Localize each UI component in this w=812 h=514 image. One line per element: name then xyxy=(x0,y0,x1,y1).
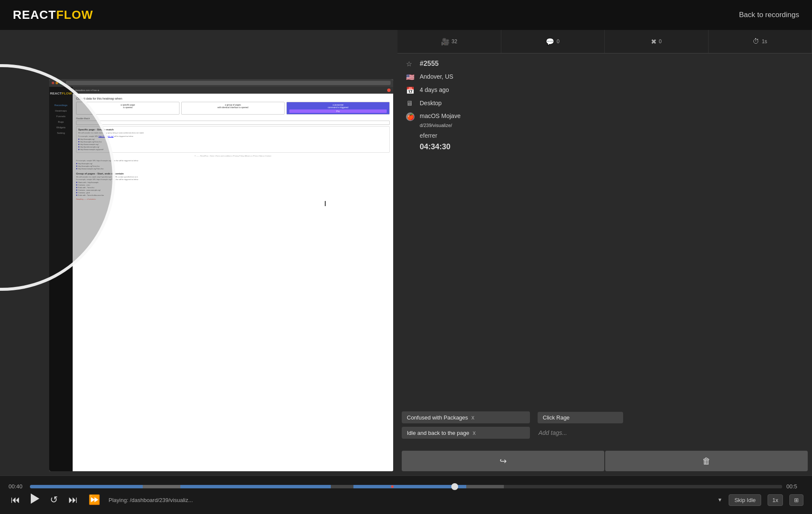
next-frame-button[interactable]: ⏩ xyxy=(86,494,102,505)
inner-card-javascript[interactable]: a javascriptcommand is triggered Pro xyxy=(286,102,390,115)
session-id: #2555 xyxy=(420,60,439,68)
tag-confused-with-packages: Confused with Packages x xyxy=(402,411,530,423)
inner-specific-page-box: Specific page - Simple match We will con… xyxy=(76,126,390,153)
replay-button[interactable]: ↺ xyxy=(48,494,60,505)
inner-dot-list-1: http://example.org/ http://example.org/?… xyxy=(78,138,388,151)
seg-3 xyxy=(180,485,331,488)
dropdown-arrow-icon[interactable]: ▼ xyxy=(718,497,723,503)
player-bar: 00:40 00:5 ⏮ ↺ ⏭ ⏩ Playing: /dashboard/2… xyxy=(0,476,812,514)
add-tags-input[interactable]: Add tags... xyxy=(533,427,572,439)
browser-close-dot xyxy=(52,82,54,84)
logo-react: REACT xyxy=(13,8,56,21)
tab-timer[interactable]: ⏱ 1s xyxy=(709,30,812,53)
logo: REACTFLOW xyxy=(13,8,93,22)
inner-dot-item: http://example.org/?utm=foo xyxy=(78,141,388,143)
time-end: 00:5 xyxy=(786,483,803,490)
tab-errors[interactable]: ✖ 0 xyxy=(605,30,709,53)
location-row: 🇺🇸 Andover, US xyxy=(406,73,803,81)
tab-video[interactable]: 🎥 32 xyxy=(397,30,501,53)
inner-box-title-1: Specific page - Simple match xyxy=(78,128,388,131)
inner-dot-item2: http://example.org/?utm=foo xyxy=(76,165,390,167)
inner-app: REACTFLOW Recordings Heatmaps Funnels Bu… xyxy=(49,87,393,471)
inner-dot-item3: Starts with - http://example xyxy=(76,181,390,183)
inner-dot-item: http://portal.example.org/ xyxy=(78,146,388,148)
tag-row-1: Confused with Packages x Click Rage xyxy=(402,411,808,423)
os-text: macOS Mojave xyxy=(420,112,461,119)
tab-errors-count: 0 xyxy=(659,38,662,44)
inner-nav-setting[interactable]: Setting xyxy=(56,131,66,135)
seg-6 xyxy=(466,485,504,488)
seg-7 xyxy=(504,485,782,488)
timeline-handle[interactable] xyxy=(451,483,458,490)
top-bar: REACTFLOW Back to recordings xyxy=(0,0,812,30)
layout-button[interactable]: ⊞ xyxy=(789,494,803,506)
tag-label-2: Idle and back to the page xyxy=(407,430,469,436)
browser-max-dot xyxy=(59,82,62,84)
delete-button[interactable]: 🗑 xyxy=(605,451,808,471)
right-session-info: ☆ #2555 🇺🇸 Andover, US 📅 4 days ago 🖥 De… xyxy=(397,53,812,411)
action-buttons: ↪ 🗑 xyxy=(397,446,812,476)
inner-box-desc-1: We will consider it a match even if any … xyxy=(78,132,388,134)
inner-group-section: Group of pages - Start, ends or contain … xyxy=(76,172,390,196)
time-start: 00:40 xyxy=(9,483,26,490)
session-id-row: ☆ #2555 xyxy=(406,60,803,68)
device-row: 🖥 Desktop xyxy=(406,100,803,107)
timeline-event-dot xyxy=(391,485,394,488)
inner-card-specific[interactable]: a specific pageis opened xyxy=(76,102,179,115)
url-partial: d/239/visualize/ xyxy=(420,123,803,128)
inner-pro-badge: Pro xyxy=(289,109,387,113)
inner-dot-item: http://www.example.org/portal/ xyxy=(78,148,388,151)
inner-logo-f: FLOW xyxy=(62,92,72,95)
seg-1 xyxy=(30,485,143,488)
right-panel: 🎥 32 💬 0 ✖ 0 ⏱ 1s ☆ #2555 🇺🇸 xyxy=(397,30,812,476)
inner-page-content: Collect data for this heatmap when a spe… xyxy=(73,94,393,471)
inner-group-title: Group of pages - Start, ends or contain xyxy=(76,172,390,175)
inner-nav-bugs[interactable]: Bugs xyxy=(57,120,65,124)
inner-nav-widgets[interactable]: Widgets xyxy=(56,125,67,130)
player-controls: ⏮ ↺ ⏭ ⏩ Playing: /dashboard/239/visualiz… xyxy=(9,493,803,507)
inner-card-group[interactable]: a group of pageswith identical interface… xyxy=(181,102,285,115)
play-button[interactable] xyxy=(29,493,41,507)
referrer-label: eferrer xyxy=(406,132,803,139)
inner-dot-item2: http://example.org/ xyxy=(76,162,390,165)
inner-dot-item: http://www.example.org/ xyxy=(78,143,388,145)
inner-dot-list-2: http://example.org/ http://example.org/?… xyxy=(76,162,390,170)
tag-remove-2[interactable]: x xyxy=(473,429,476,436)
location-text: Andover, US xyxy=(420,73,453,80)
share-button[interactable]: ↪ xyxy=(402,451,604,471)
os-icon: 🍎 xyxy=(406,112,415,121)
right-tabs: 🎥 32 💬 0 ✖ 0 ⏱ 1s xyxy=(397,30,812,53)
timeline-segments xyxy=(30,485,782,488)
browser-min-dot xyxy=(56,82,58,84)
tag-remove-1[interactable]: x xyxy=(471,414,474,421)
inner-sampling-text: Sampling ----- of sessions. xyxy=(76,198,390,200)
inner-nav-funnels[interactable]: Funnels xyxy=(56,114,66,118)
tag-idle-back: Idle and back to the page x xyxy=(402,427,530,439)
speed-button[interactable]: 1x xyxy=(768,494,783,506)
skip-back-start-button[interactable]: ⏮ xyxy=(9,494,22,505)
inner-dot-item3: Contains - www.example.org/ xyxy=(76,189,390,191)
inner-nav-recordings[interactable]: Recordings xyxy=(53,103,68,107)
skip-idle-button[interactable]: Skip Idle xyxy=(729,494,761,506)
timer-icon: ⏱ xyxy=(753,38,759,45)
play-icon xyxy=(31,493,39,504)
inner-box-example-label: For example, sample URL https://example.… xyxy=(78,135,388,138)
back-to-recordings-link[interactable]: Back to recordings xyxy=(739,11,799,19)
tab-comments[interactable]: 💬 0 xyxy=(501,30,605,53)
inner-close-btn xyxy=(387,89,391,92)
inner-dot-item2: http://www.example.org/?utm=foo xyxy=(76,168,390,170)
inner-nav-heatmaps[interactable]: Heatmaps xyxy=(54,109,68,113)
inner-dot-item: http://example.org/ xyxy=(78,138,388,140)
inner-heatmap-title: Collect data for this heatmap when xyxy=(76,97,390,100)
inner-dot-list-3: Starts with - http://example Contains - … xyxy=(76,181,390,196)
tag-label-3: Click Rage xyxy=(543,414,570,421)
inner-url-input[interactable] xyxy=(76,121,390,125)
errors-icon: ✖ xyxy=(651,38,656,46)
tab-timer-count: 1s xyxy=(762,38,767,44)
desktop-icon: 🖥 xyxy=(406,100,415,107)
skip-forward-button[interactable]: ⏭ xyxy=(66,494,80,505)
comments-icon: 💬 xyxy=(546,38,554,46)
timeline-track[interactable] xyxy=(30,485,782,488)
main-content: REACTFLOW Recordings Heatmaps Funnels Bu… xyxy=(0,30,812,476)
seg-4 xyxy=(331,485,353,488)
